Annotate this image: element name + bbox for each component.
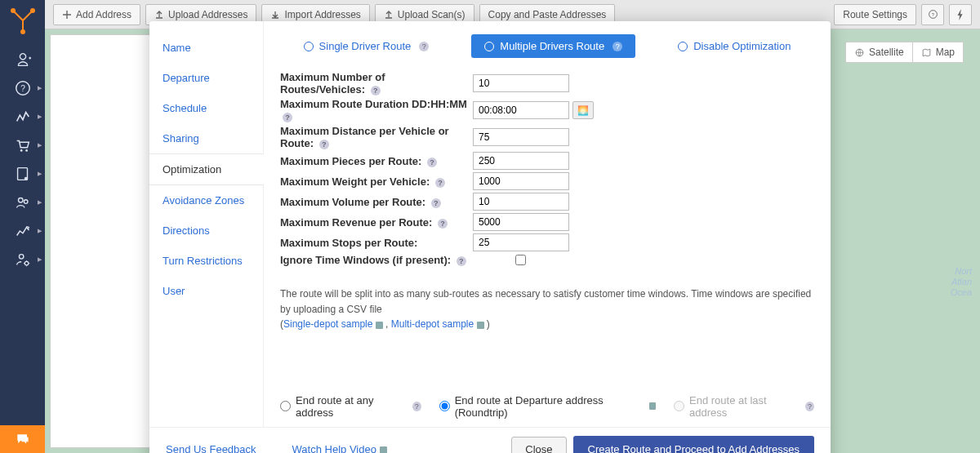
nav-directions[interactable]: Directions — [149, 215, 263, 246]
radio-icon — [304, 42, 314, 51]
svg-point-12 — [24, 261, 29, 265]
feedback-link[interactable]: Send Us Feedback — [166, 443, 256, 453]
sidebar-analytics-icon[interactable]: ▶ — [0, 216, 45, 245]
tab-multiple-label: Multiple Drivers Route — [500, 40, 604, 52]
help-icon[interactable]: ? — [431, 198, 441, 208]
nav-optimization[interactable]: Optimization — [149, 153, 264, 185]
help-icon[interactable]: ? — [283, 113, 292, 122]
nav-turn[interactable]: Turn Restrictions — [149, 246, 263, 276]
external-link-icon — [649, 402, 656, 410]
watch-video-label: Watch Help Video — [292, 443, 376, 453]
app-logo — [7, 4, 39, 37]
end-route-last-label: End route at last address — [689, 394, 798, 419]
max-duration-input[interactable] — [473, 101, 569, 119]
max-volume-input[interactable] — [473, 193, 569, 211]
max-routes-input[interactable] — [473, 74, 569, 92]
radio-icon[interactable] — [439, 401, 450, 411]
map-label: Map — [936, 47, 955, 58]
svg-text:?: ? — [931, 12, 934, 17]
nav-avoidance[interactable]: Avoidance Zones — [149, 185, 263, 215]
max-stops-input[interactable] — [473, 233, 569, 251]
close-button[interactable]: Close — [511, 437, 566, 453]
help-icon: ? — [805, 402, 814, 411]
max-pieces-input[interactable] — [473, 152, 569, 170]
help-icon[interactable]: ? — [612, 42, 622, 51]
modal-footer: Send Us Feedback Watch Help Video Close … — [149, 427, 831, 453]
radio-icon[interactable] — [280, 401, 291, 411]
svg-point-5 — [20, 149, 22, 152]
modal-content: Single Driver Route? Multiple Drivers Ro… — [264, 21, 831, 427]
external-link-icon — [376, 322, 383, 329]
help-icon[interactable]: ? — [319, 140, 329, 149]
max-duration-label: Maximum Route Duration DD:HH:MM — [280, 98, 467, 110]
add-address-button[interactable]: Add Address — [53, 4, 140, 25]
sidebar-routes-icon[interactable]: ▶ — [0, 102, 45, 131]
copy-paste-label: Copy and Paste Addresses — [488, 9, 607, 20]
radio-icon — [678, 42, 688, 51]
route-settings-label: Route Settings — [843, 9, 907, 20]
watch-video-link[interactable]: Watch Help Video — [292, 443, 387, 453]
route-settings-button[interactable]: Route Settings — [834, 4, 916, 25]
max-revenue-input[interactable] — [473, 213, 569, 231]
ignore-tw-checkbox[interactable] — [515, 255, 526, 265]
max-stops-label: Maximum Stops per Route: — [280, 237, 417, 249]
max-weight-label: Maximum Weight per Vehicle: — [280, 175, 430, 188]
toolbar-bolt-icon[interactable] — [949, 4, 972, 25]
map-map-toggle[interactable]: Map — [913, 42, 964, 63]
nav-user[interactable]: User — [149, 276, 263, 306]
end-route-any-label: End route at any address — [296, 394, 405, 419]
nav-schedule[interactable]: Schedule — [149, 93, 263, 123]
svg-point-10 — [24, 199, 28, 203]
sidebar-add-user-icon[interactable] — [0, 45, 45, 73]
tab-disable-label: Disable Optimization — [693, 40, 791, 52]
sidebar-team-icon[interactable]: ▶ — [0, 188, 45, 216]
map-satellite-toggle[interactable]: Satellite — [845, 42, 913, 63]
help-icon[interactable]: ? — [419, 42, 429, 51]
sidebar-cart-icon[interactable]: ▶ — [0, 131, 45, 159]
chat-button[interactable] — [0, 425, 45, 453]
nav-sharing[interactable]: Sharing — [149, 123, 263, 153]
svg-point-6 — [25, 149, 28, 152]
nav-departure[interactable]: Departure — [149, 63, 263, 93]
help-icon[interactable]: ? — [371, 86, 381, 95]
help-icon[interactable]: ? — [438, 219, 448, 229]
svg-point-11 — [19, 254, 24, 259]
map-ocean-label: Nort Atlan Ocea — [951, 266, 972, 299]
radio-icon — [484, 42, 494, 51]
import-addresses-label: Import Addresses — [284, 9, 360, 20]
max-pieces-label: Maximum Pieces per Route: — [280, 155, 421, 167]
tab-single-driver[interactable]: Single Driver Route? — [291, 34, 443, 58]
tab-single-label: Single Driver Route — [319, 40, 412, 52]
sidebar-user-settings-icon[interactable]: ▶ — [0, 245, 45, 273]
max-weight-input[interactable] — [473, 172, 569, 190]
upload-addresses-label: Upload Addresses — [168, 9, 247, 20]
single-depot-sample-link[interactable]: Single-depot sample — [283, 318, 372, 330]
end-route-any-option[interactable]: End route at any address? — [280, 394, 421, 419]
max-routes-label: Maximum Number of Routes/Vehicles: — [280, 71, 385, 95]
svg-point-8 — [24, 176, 27, 180]
help-icon[interactable]: ? — [457, 256, 466, 266]
tab-disable-optimization[interactable]: Disable Optimization — [665, 34, 804, 58]
max-distance-input[interactable] — [473, 128, 569, 146]
end-route-departure-option[interactable]: End route at Departure address (Roundtri… — [439, 394, 656, 419]
svg-point-9 — [18, 198, 23, 202]
add-address-label: Add Address — [76, 9, 131, 20]
sidebar-addressbook-icon[interactable]: ▶ — [0, 159, 45, 188]
sunrise-icon[interactable]: 🌅 — [572, 101, 594, 119]
create-route-button[interactable]: Create Route and Proceed to Add Addresse… — [573, 436, 814, 453]
sidebar-help-icon[interactable]: ?▶ — [0, 73, 45, 102]
route-settings-modal: Name Departure Schedule Sharing Optimiza… — [149, 21, 831, 453]
external-link-icon — [477, 322, 484, 329]
multi-depot-sample-link[interactable]: Multi-depot sample — [391, 318, 474, 330]
help-icon[interactable]: ? — [435, 178, 445, 188]
end-route-departure-label: End route at Departure address (Roundtri… — [455, 394, 644, 419]
help-icon[interactable]: ? — [412, 402, 421, 411]
nav-name[interactable]: Name — [149, 33, 263, 63]
upload-scans-label: Upload Scan(s) — [398, 9, 466, 20]
tab-multiple-drivers[interactable]: Multiple Drivers Route? — [471, 34, 635, 58]
toolbar-help-icon[interactable]: ? — [921, 4, 944, 25]
satellite-label: Satellite — [869, 47, 904, 58]
svg-text:?: ? — [20, 83, 25, 92]
left-sidebar: ?▶ ▶ ▶ ▶ ▶ ▶ ▶ — [0, 0, 45, 453]
help-icon[interactable]: ? — [427, 158, 437, 167]
